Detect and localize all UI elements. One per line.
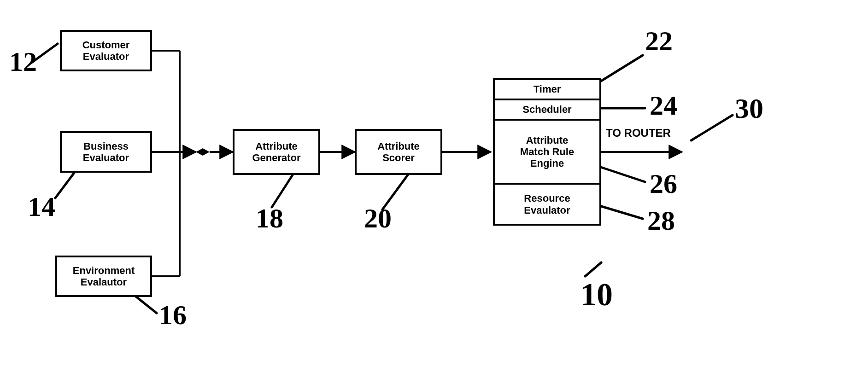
svg-marker-5 [203,148,210,156]
engine-stack: Timer Scheduler Attribute Match Rule Eng… [493,78,601,226]
callout-30: 30 [735,92,763,125]
callout-12: 12 [9,46,37,78]
callout-14: 14 [28,191,55,223]
callout-28: 28 [647,205,675,237]
customer-evaluator-box: Customer Evaluator [60,30,152,71]
timer-cell: Timer [495,80,599,100]
callout-16: 16 [159,299,187,331]
callout-26: 26 [650,168,677,200]
callout-18: 18 [256,203,283,234]
attribute-generator-box: Attribute Generator [233,129,320,175]
environment-evaluator-label: Environment Evalautor [73,265,135,288]
callout-22: 22 [645,25,673,57]
attribute-scorer-label: Attribute Scorer [377,140,420,164]
attribute-generator-label: Attribute Generator [252,140,300,164]
amre-label: Attribute Match Rule Engine [520,134,574,169]
callout-10: 10 [581,276,613,313]
customer-evaluator-label: Customer Evaluator [82,39,130,63]
to-router-label: TO ROUTER [606,127,671,140]
environment-evaluator-box: Environment Evalautor [55,256,152,297]
business-evaluator-box: Business Evaluator [60,131,152,173]
svg-marker-4 [196,148,203,156]
attribute-scorer-box: Attribute Scorer [355,129,442,175]
callout-24: 24 [650,90,677,122]
diagram-canvas: Customer Evaluator Business Evaluator En… [0,0,868,390]
resource-label: Resource Evaulator [524,192,570,216]
scheduler-cell: Scheduler [495,100,599,121]
amre-cell: Attribute Match Rule Engine [495,121,599,185]
callout-20: 20 [364,203,392,234]
business-evaluator-label: Business Evaluator [83,140,129,164]
timer-label: Timer [534,83,561,95]
resource-cell: Resource Evaulator [495,185,599,224]
scheduler-label: Scheduler [522,104,571,115]
